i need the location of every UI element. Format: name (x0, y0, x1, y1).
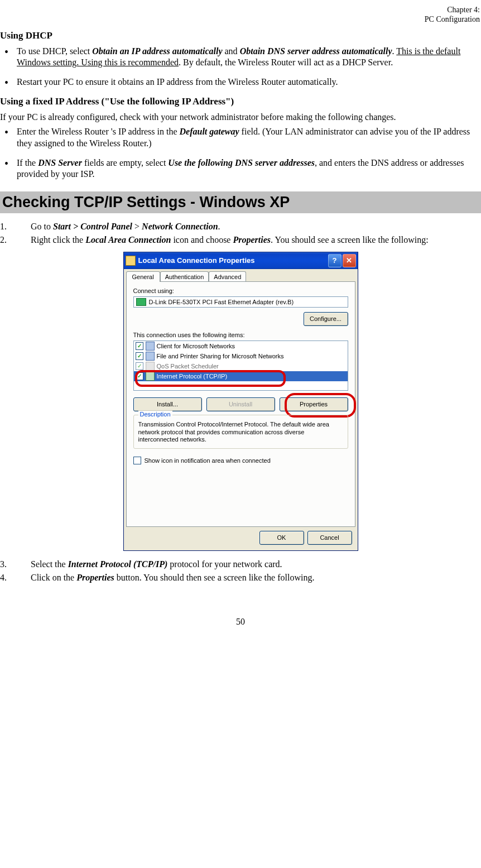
section-using-dhcp: Using DHCP (0, 30, 481, 41)
ok-button[interactable]: OK (259, 531, 304, 545)
header-line2: PC Configuration (425, 15, 480, 23)
tab-bar: General Authentication Advanced (124, 269, 358, 282)
titlebar[interactable]: Local Area Connection Properties ? ✕ (124, 252, 358, 269)
properties-button[interactable]: Properties (280, 397, 348, 411)
service-icon (146, 352, 155, 361)
items-list[interactable]: ✓ Client for Microsoft Networks ✓ File a… (133, 341, 348, 391)
install-button[interactable]: Install... (133, 397, 202, 411)
step-3: 3. Select the Internet Protocol (TCP/IP)… (0, 559, 481, 570)
window-title: Local Area Connection Properties (138, 256, 327, 265)
dhcp-bullet-2: Restart your PC to ensure it obtains an … (17, 76, 480, 88)
checkbox-icon[interactable]: ✓ (136, 342, 143, 350)
checkbox-icon[interactable]: ✓ (136, 352, 143, 360)
section-fixed-ip: Using a fixed IP Address ("Use the follo… (0, 96, 481, 107)
fixed-bullet-1: Enter the Wireless Router 's IP address … (17, 126, 480, 150)
window-icon (126, 256, 136, 266)
list-item[interactable]: ✓ QoS Packet Scheduler (134, 361, 348, 371)
description-title: Description (138, 411, 172, 418)
connect-using-label: Connect using: (133, 287, 348, 294)
big-section-title: Checking TCP/IP Settings - Windows XP (0, 191, 481, 213)
step-4: 4. Click on the Properties button. You s… (0, 572, 481, 584)
description-text: Transmission Control Protocol/Internet P… (138, 421, 343, 444)
configure-button[interactable]: Configure... (304, 312, 348, 326)
step-1: 1. Go to Start > Control Panel > Network… (0, 221, 481, 233)
list-item[interactable]: ✓ File and Printer Sharing for Microsoft… (134, 351, 348, 361)
show-icon-label: Show icon in notification area when conn… (145, 457, 271, 464)
adapter-field: D-Link DFE-530TX PCI Fast Ethernet Adapt… (133, 296, 348, 308)
description-group: Description Transmission Control Protoco… (133, 415, 348, 449)
tab-authentication[interactable]: Authentication (160, 271, 209, 282)
list-item-selected[interactable]: ✓ Internet Protocol (TCP/IP) (134, 371, 348, 381)
fixed-bullet-2: If the DNS Server fields are empty, sele… (17, 157, 480, 181)
service-icon (146, 342, 155, 351)
page-header: Chapter 4: PC Configuration (0, 6, 481, 25)
header-line1: Chapter 4: (447, 6, 480, 14)
step-2: 2. Right click the Local Area Connection… (0, 234, 481, 246)
screenshot-figure: Local Area Connection Properties ? ✕ Gen… (123, 252, 358, 551)
checkbox-icon[interactable]: ✓ (136, 372, 143, 380)
tab-general[interactable]: General (126, 271, 160, 282)
show-icon-checkbox[interactable] (133, 457, 141, 464)
cancel-button[interactable]: Cancel (307, 531, 352, 545)
lac-properties-dialog: Local Area Connection Properties ? ✕ Gen… (123, 252, 358, 551)
items-label: This connection uses the following items… (133, 332, 348, 338)
show-icon-row[interactable]: Show icon in notification area when conn… (133, 457, 348, 464)
close-button[interactable]: ✕ (343, 254, 356, 267)
fixed-ip-intro: If your PC is already configured, check … (0, 112, 481, 123)
tab-body: Connect using: D-Link DFE-530TX PCI Fast… (126, 281, 355, 527)
dhcp-bullet-1: To use DHCP, select Obtain an IP address… (17, 46, 480, 69)
checkbox-icon[interactable]: ✓ (136, 362, 143, 370)
uninstall-button[interactable]: Uninstall (206, 397, 275, 411)
service-icon (146, 362, 155, 371)
tab-advanced[interactable]: Advanced (209, 271, 246, 282)
list-item[interactable]: ✓ Client for Microsoft Networks (134, 341, 348, 351)
page-number: 50 (0, 617, 481, 627)
help-button[interactable]: ? (328, 254, 341, 267)
adapter-text: D-Link DFE-530TX PCI Fast Ethernet Adapt… (149, 299, 294, 305)
service-icon (146, 372, 155, 381)
nic-icon (136, 298, 146, 306)
